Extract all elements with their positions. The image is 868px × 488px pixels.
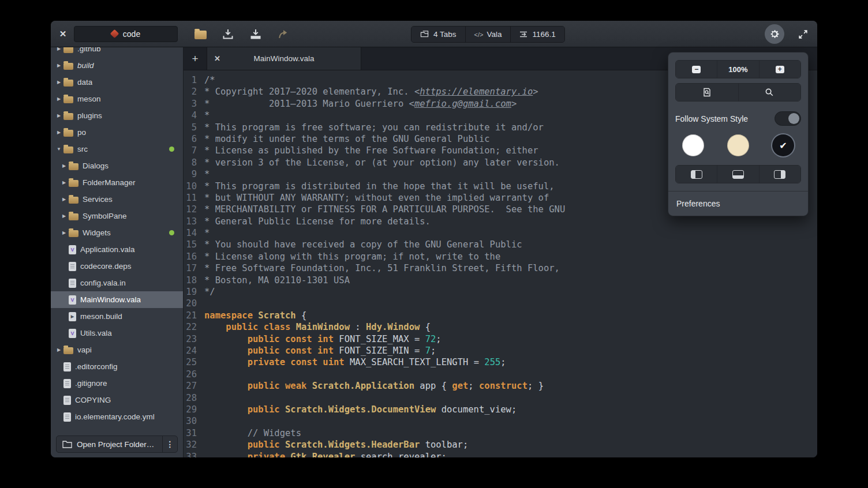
zoom-in-button[interactable]: + [760, 61, 800, 78]
tree-item-foldermanager[interactable]: FolderManager [51, 174, 183, 191]
share-button[interactable] [277, 28, 290, 40]
code-line-32[interactable]: 32 public Scratch.Widgets.HeaderBar tool… [184, 439, 817, 451]
project-menu-button[interactable]: ⋮ [162, 436, 177, 452]
expander-right-icon[interactable] [54, 80, 63, 85]
tree-item-config-vala-in[interactable]: config.vala.in [51, 275, 183, 291]
expander-right-icon[interactable] [59, 230, 69, 235]
style-light-option[interactable] [682, 134, 704, 156]
code-line-17[interactable]: 17* Free Software Foundation, Inc., 51 F… [184, 262, 817, 274]
expander-right-icon[interactable] [59, 213, 69, 219]
find-in-page-button[interactable] [676, 84, 739, 101]
tree-item-widgets[interactable]: Widgets [51, 224, 183, 241]
open-project-folder-button[interactable]: Open Project Folder… ⋮ [56, 436, 178, 453]
code-line-27[interactable]: 27 public weak Scratch.Application app {… [184, 380, 817, 392]
show-terminal-button[interactable] [717, 166, 759, 183]
tree-item-dialogs[interactable]: Dialogs [51, 157, 183, 174]
preferences-menu-item[interactable]: Preferences [675, 192, 801, 216]
code-line-30[interactable]: 30 [184, 415, 817, 427]
open-file-button[interactable] [194, 28, 207, 40]
code-line-29[interactable]: 29 public Scratch.Widgets.DocumentView d… [184, 404, 817, 415]
language-mode-button[interactable]: </> Vala [466, 27, 511, 42]
line-content: * This program is distributed in the hop… [204, 181, 555, 192]
expander-right-icon[interactable] [54, 130, 63, 135]
expander-right-icon[interactable] [54, 63, 63, 68]
goto-line-button[interactable]: 1166.1 [511, 27, 564, 42]
tree-item-label: src [77, 145, 88, 153]
line-number: 14 [184, 227, 204, 239]
code-line-13[interactable]: 13* General Public License for more deta… [184, 216, 817, 227]
code-line-14[interactable]: 14* [184, 227, 817, 239]
line-content: public Scratch.Widgets.DocumentView docu… [204, 404, 517, 415]
expander-right-icon[interactable] [54, 347, 63, 352]
save-as-button[interactable] [249, 28, 262, 40]
tree-item-utils-vala[interactable]: VUtils.vala [51, 325, 183, 341]
tree-item-data[interactable]: data [51, 74, 183, 91]
expander-right-icon[interactable] [54, 113, 63, 118]
zoom-in-icon: + [776, 66, 784, 73]
follow-system-style-switch[interactable] [775, 111, 801, 126]
toolbar-actions [194, 28, 290, 40]
tree-item-mainwindow-vala[interactable]: VMainWindow.vala [51, 291, 183, 308]
vcs-status-dot [169, 147, 174, 152]
tab-close-button[interactable]: ✕ [214, 54, 225, 63]
code-line-25[interactable]: 25 private const uint MAX_SEARCH_TEXT_LE… [184, 356, 817, 368]
tree-item-meson[interactable]: meson [51, 91, 183, 107]
zoom-out-button[interactable]: − [676, 61, 717, 78]
tree-item-build[interactable]: build [51, 57, 183, 74]
tree-item-symbolpane[interactable]: SymbolPane [51, 208, 183, 224]
expander-right-icon[interactable] [59, 163, 69, 168]
code-line-15[interactable]: 15* You should have received a copy of t… [184, 239, 817, 250]
expander-right-icon[interactable] [54, 47, 63, 51]
show-sidebar-button[interactable] [676, 166, 717, 183]
code-line-28[interactable]: 28 [184, 392, 817, 404]
code-line-16[interactable]: 16* License along with this program; if … [184, 251, 817, 262]
zoom-level-button[interactable]: 100% [717, 61, 759, 78]
tree-item-io-elementary-code-yml[interactable]: io.elementary.code.yml [51, 408, 183, 425]
folder-icon [63, 80, 73, 87]
settings-menu-button[interactable] [765, 24, 784, 44]
tree-item-src[interactable]: src [51, 141, 183, 157]
code-line-31[interactable]: 31 // Widgets [184, 427, 817, 439]
tree-item-application-vala[interactable]: VApplication.vala [51, 241, 183, 258]
code-line-24[interactable]: 24 public const int FONT_SIZE_MIN = 7; [184, 345, 817, 356]
line-content: public class MainWindow : Hdy.Window { [204, 321, 431, 333]
tree-item--gitignore[interactable]: .gitignore [51, 375, 183, 392]
tree-item-meson-build[interactable]: meson.build [51, 308, 183, 325]
global-search-button[interactable] [739, 84, 801, 101]
tab-mainwindow-vala[interactable]: ✕ MainWindow.vala [207, 47, 361, 70]
code-line-33[interactable]: 33 private Gtk.Revealer search_revealer; [184, 451, 817, 458]
tree-item-codecore-deps[interactable]: codecore.deps [51, 258, 183, 275]
tree-item-services[interactable]: Services [51, 191, 183, 208]
window-close-button[interactable]: ✕ [57, 29, 69, 39]
code-line-20[interactable]: 20 [184, 298, 817, 309]
expander-down-icon[interactable] [54, 147, 63, 152]
code-line-22[interactable]: 22 public class MainWindow : Hdy.Window … [184, 321, 817, 333]
tree-item-plugins[interactable]: plugins [51, 107, 183, 124]
expander-right-icon[interactable] [54, 96, 63, 102]
tree-item--editorconfig[interactable]: .editorconfig [51, 358, 183, 375]
code-line-23[interactable]: 23 public const int FONT_SIZE_MAX = 72; [184, 333, 817, 345]
save-button[interactable] [222, 28, 234, 40]
code-line-18[interactable]: 18* Boston, MA 02110-1301 USA [184, 275, 817, 286]
code-line-26[interactable]: 26 [184, 369, 817, 380]
project-chooser-button[interactable]: code [74, 26, 178, 42]
show-symbol-pane-button[interactable] [760, 166, 800, 183]
file-icon: V [69, 329, 76, 338]
style-dark-option-selected[interactable]: ✔ [772, 134, 794, 156]
folder-icon [63, 63, 73, 70]
fullscreen-button[interactable] [798, 29, 808, 39]
folder-icon [63, 347, 73, 354]
line-number: 7 [184, 145, 204, 156]
tree-item-vapi[interactable]: vapi [51, 341, 183, 358]
code-line-21[interactable]: 21namespace Scratch { [184, 310, 817, 321]
code-line-19[interactable]: 19*/ [184, 286, 817, 298]
style-sepia-option[interactable] [727, 134, 749, 156]
tree-item-po[interactable]: po [51, 124, 183, 141]
tabs-overview-button[interactable]: 4 Tabs [411, 27, 466, 42]
tree-item--github[interactable]: .github [51, 47, 183, 57]
new-tab-button[interactable]: + [184, 47, 207, 70]
expander-right-icon[interactable] [59, 197, 69, 202]
tree-item-copying[interactable]: COPYING [51, 392, 183, 408]
line-number: 11 [184, 192, 204, 204]
expander-right-icon[interactable] [59, 180, 69, 185]
